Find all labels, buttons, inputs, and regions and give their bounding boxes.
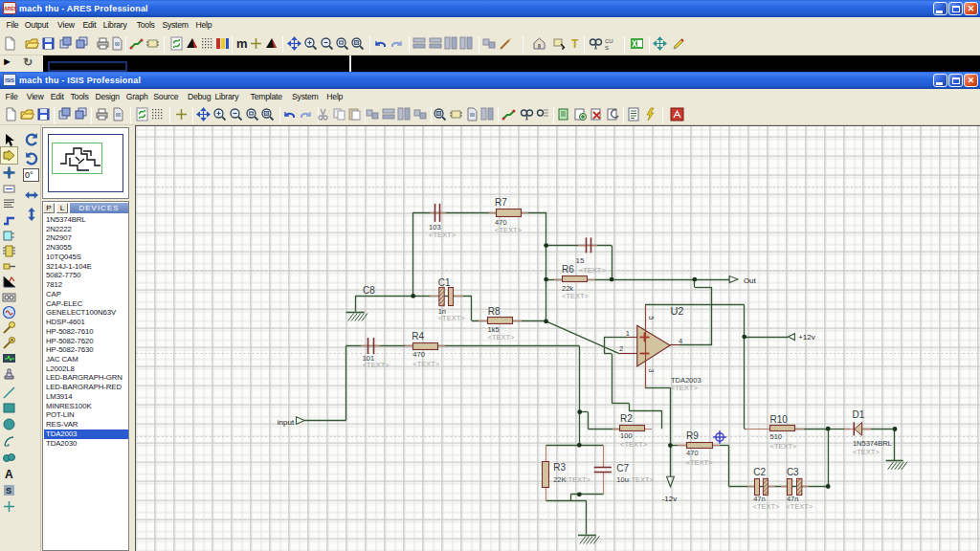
svg-text:<TEXT>: <TEXT>: [770, 442, 798, 451]
svg-text:m: m: [236, 36, 248, 51]
svg-text:2: 2: [619, 344, 623, 353]
svg-text:470: 470: [412, 350, 425, 359]
svg-text:470: 470: [686, 449, 699, 457]
svg-text:<TEXT>: <TEXT>: [495, 226, 523, 234]
svg-text:<TEXT>: <TEXT>: [620, 440, 648, 449]
svg-text:input: input: [278, 418, 295, 427]
svg-text:A: A: [5, 468, 13, 481]
svg-text:3: 3: [647, 368, 656, 372]
svg-text:<TEXT>: <TEXT>: [363, 361, 390, 369]
svg-text:Out: Out: [744, 276, 757, 285]
svg-text:C8: C8: [363, 285, 375, 296]
svg-text:<TEXT>: <TEXT>: [753, 502, 781, 511]
svg-text:<TEXT>: <TEXT>: [786, 502, 813, 511]
svg-text:R8: R8: [488, 306, 501, 317]
svg-text:R2: R2: [620, 413, 633, 424]
svg-text:R7: R7: [495, 197, 507, 208]
svg-text:S: S: [6, 486, 11, 496]
svg-text:C7: C7: [616, 463, 629, 474]
svg-text:<TEXT>: <TEXT>: [438, 314, 466, 322]
svg-text:<TEXT>: <TEXT>: [671, 384, 699, 392]
svg-text:4: 4: [679, 337, 682, 345]
svg-text:+12v: +12v: [798, 333, 815, 342]
svg-text:<TEXT>: <TEXT>: [412, 360, 440, 368]
svg-text:R6: R6: [562, 264, 574, 275]
svg-text:D1: D1: [853, 409, 865, 420]
svg-text:C2: C2: [753, 467, 766, 477]
svg-text:1: 1: [626, 329, 630, 338]
svg-text:R10: R10: [770, 414, 789, 425]
svg-text:5: 5: [647, 316, 656, 320]
svg-text:<TEXT>: <TEXT>: [627, 475, 655, 484]
svg-text:S: S: [605, 45, 609, 51]
svg-text:<TEXT>: <TEXT>: [686, 458, 714, 467]
svg-text:C1: C1: [438, 277, 451, 288]
svg-text:<TEXT>: <TEXT>: [429, 231, 457, 239]
svg-text:R4: R4: [412, 331, 424, 342]
svg-text:-12v: -12v: [662, 495, 678, 503]
svg-text:T: T: [571, 37, 579, 51]
svg-text:<TEXT>: <TEXT>: [562, 292, 590, 300]
svg-text:15: 15: [576, 256, 585, 265]
svg-text:<TEXT>: <TEXT>: [488, 333, 516, 342]
svg-text:<TEXT>: <TEXT>: [853, 448, 880, 456]
svg-text:U2: U2: [670, 305, 683, 317]
svg-text:R3: R3: [553, 462, 566, 473]
svg-text:<TEXT>: <TEXT>: [579, 266, 607, 275]
svg-text:CU: CU: [605, 38, 613, 44]
svg-text:C3: C3: [787, 467, 799, 477]
svg-text:R9: R9: [686, 430, 699, 441]
svg-text:510: 510: [770, 432, 783, 441]
svg-text:<TEXT>: <TEXT>: [564, 475, 591, 484]
